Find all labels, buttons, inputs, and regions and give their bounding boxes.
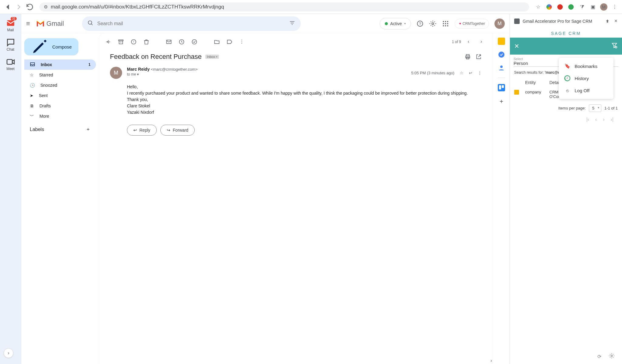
more-icon[interactable]: ⋮ (478, 71, 482, 75)
label-icon[interactable] (227, 39, 233, 45)
panel-brand: SAGE CRM (510, 29, 622, 38)
bookmark-star-icon[interactable]: ☆ (535, 3, 542, 11)
svg-rect-29 (502, 85, 504, 88)
page-size-select[interactable]: 5 (589, 104, 601, 112)
add-addon-icon[interactable]: ＋ (498, 97, 505, 105)
search-bar[interactable] (82, 16, 301, 31)
main-menu-icon[interactable]: ≡ (26, 20, 30, 28)
star-icon[interactable]: ☆ (460, 71, 463, 75)
forward-button[interactable] (15, 3, 23, 11)
popout-icon[interactable] (476, 53, 482, 60)
svg-point-10 (445, 23, 446, 24)
task-icon[interactable] (191, 39, 197, 45)
pin-icon[interactable] (605, 19, 610, 24)
nav-sidebar: Compose Inbox1 ☆Starred 🕒Snoozed ➤Sent 🗎… (21, 33, 99, 364)
account-avatar[interactable]: M (494, 19, 505, 29)
next-thread-icon[interactable]: › (480, 39, 487, 45)
gmail-logo[interactable]: Gmail (36, 20, 64, 28)
settings-icon[interactable] (609, 353, 615, 360)
archive-icon[interactable] (118, 39, 124, 45)
addon-rail: ＋ (493, 33, 510, 364)
nav-more[interactable]: ﹀More (24, 111, 96, 121)
move-icon[interactable] (214, 39, 220, 45)
spam-icon[interactable]: ! (131, 39, 137, 45)
close-icon[interactable]: ✕ (514, 42, 519, 50)
nav-drafts[interactable]: 🗎Drafts (24, 101, 96, 111)
address-bar[interactable]: ⚙ mail.google.com/mail/u/0/#inbox/KtbxLz… (39, 2, 529, 12)
close-panel-icon[interactable]: ✕ (614, 19, 618, 24)
back-button[interactable] (4, 3, 12, 11)
reply-button[interactable]: ↩Reply (127, 125, 157, 136)
chevron-down-icon: ▾ (137, 72, 139, 76)
extension-icon[interactable] (567, 3, 575, 11)
mail-badge: 31 (11, 17, 16, 20)
filter-search-icon[interactable] (611, 42, 618, 50)
svg-point-25 (498, 52, 504, 58)
apps-grid-icon[interactable] (442, 20, 449, 27)
profile-avatar[interactable]: M (600, 3, 607, 11)
menu-logoff[interactable]: ⎋ Log Off (559, 84, 613, 96)
trello-icon[interactable] (498, 84, 505, 91)
rail-meet[interactable]: Meet (6, 57, 15, 71)
chrome-menu-icon[interactable]: ⋮ (611, 3, 618, 11)
reload-button[interactable] (26, 3, 34, 11)
settings-icon[interactable] (429, 20, 436, 27)
nav-inbox[interactable]: Inbox1 (24, 59, 96, 70)
tasks-icon[interactable] (498, 51, 505, 58)
svg-point-7 (445, 21, 446, 22)
svg-rect-28 (499, 85, 501, 89)
print-icon[interactable] (465, 53, 471, 60)
thread-label[interactable]: Inbox× (205, 55, 219, 59)
last-page-icon[interactable]: ›| (611, 117, 613, 122)
support-icon[interactable]: ? (416, 20, 424, 27)
more-icon[interactable]: ⋮ (239, 39, 245, 45)
back-arrow-icon[interactable] (105, 39, 111, 45)
sender-avatar[interactable]: M (110, 67, 122, 79)
keep-icon[interactable] (498, 38, 505, 45)
collapse-rail-button[interactable]: › (4, 348, 13, 358)
compose-button[interactable]: Compose (24, 38, 78, 55)
svg-point-2 (88, 21, 92, 24)
subject-text: Feedback on Recent Purchase (110, 53, 202, 61)
timestamp: 5:05 PM (3 minutes ago) (411, 71, 454, 75)
sidepanel-icon[interactable]: ▣ (589, 3, 596, 11)
reply-icon[interactable]: ↩ (469, 71, 472, 75)
delete-icon[interactable] (143, 39, 149, 45)
nav-starred[interactable]: ☆Starred (24, 70, 96, 80)
svg-point-30 (615, 46, 617, 48)
search-input[interactable] (97, 21, 285, 26)
add-label-icon[interactable]: ＋ (86, 126, 91, 133)
sender-line: Marc Reidy <marc@crmtogether.com> (127, 67, 406, 72)
contacts-icon[interactable] (498, 64, 505, 72)
prev-thread-icon[interactable]: ‹ (468, 39, 474, 45)
thread-toolbar: ! ⋮ 1 of 9 ‹ › (99, 33, 493, 50)
rail-chat[interactable]: Chat (6, 38, 15, 52)
refresh-icon[interactable]: ⟳ (597, 354, 601, 359)
forward-button[interactable]: ↪Forward (160, 125, 195, 136)
message-header: M Marc Reidy <marc@crmtogether.com> to m… (99, 63, 493, 83)
mark-unread-icon[interactable] (166, 39, 172, 45)
extension-icon[interactable] (545, 3, 553, 11)
recipient-line[interactable]: to me ▾ (127, 72, 406, 76)
svg-point-12 (443, 25, 444, 26)
nav-snoozed[interactable]: 🕒Snoozed (24, 80, 96, 90)
snooze-icon[interactable] (179, 39, 185, 45)
svg-point-13 (445, 25, 446, 26)
menu-history[interactable]: 🕘 History (559, 72, 613, 84)
search-options-icon[interactable] (289, 20, 295, 27)
rail-mail[interactable]: 31 Mail (6, 18, 15, 32)
next-page-icon[interactable]: › (603, 117, 604, 122)
prev-page-icon[interactable]: ‹ (595, 117, 597, 122)
svg-point-21 (192, 40, 197, 44)
extension-icon[interactable] (556, 3, 564, 11)
expand-panel-icon[interactable]: › (490, 358, 492, 363)
status-pill[interactable]: Active▾ (380, 18, 411, 29)
select-entity-dropdown[interactable]: Select Person (514, 56, 565, 67)
menu-bookmarks[interactable]: 🔖 Bookmarks (559, 60, 613, 72)
extensions-puzzle-icon[interactable]: ⧩ (578, 3, 586, 11)
col-entity: Entity (525, 80, 549, 85)
first-page-icon[interactable]: |‹ (586, 117, 589, 122)
nav-sent[interactable]: ➤Sent (24, 90, 96, 101)
page-range: 1-1 of 1 (604, 106, 618, 110)
addon-logo-icon (514, 19, 520, 24)
